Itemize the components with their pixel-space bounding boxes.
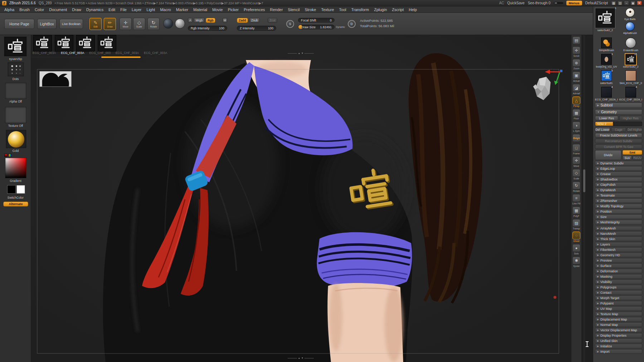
tool-thumbnail[interactable]: 5 sailorSuit1 xyxy=(595,69,618,85)
render-preview-button[interactable]: ▤ xyxy=(571,36,582,45)
lightbox-grid-icon[interactable]: ▦ xyxy=(611,1,616,5)
canvas-scrollbar[interactable] xyxy=(583,35,585,362)
menu-item[interactable]: Preferences xyxy=(241,6,267,13)
tool-section[interactable]: ▶ ArrayMesh xyxy=(595,226,642,230)
primary-color-swatch[interactable] xyxy=(7,185,16,194)
camera-gizmo-head[interactable] xyxy=(533,77,551,100)
lightbox-file-tab[interactable]: ECG_CHF_003A xyxy=(144,51,167,55)
tool-section[interactable]: ▶ Import xyxy=(595,349,642,354)
geometry-subsection[interactable]: ▶ Modify Topology xyxy=(595,204,642,208)
stroke-d-dial-icon[interactable]: D xyxy=(348,20,356,28)
switch-color-widget[interactable] xyxy=(6,184,26,195)
current-brush-thumbnail[interactable] xyxy=(4,36,27,56)
freeze-subdivision-button[interactable]: Freeze SubDivision Levels xyxy=(595,133,642,138)
xpose-button[interactable]: ✱ Xpose xyxy=(571,257,582,267)
polyframe-button[interactable]: ▦ PolyF xyxy=(571,207,582,217)
reconstruct-subdiv-button[interactable]: Reconstruct Subdiv xyxy=(595,139,642,143)
convert-bpr-button[interactable]: Convert BPR To Geo xyxy=(595,144,642,149)
see-through-slider[interactable] xyxy=(554,2,563,4)
zsub-button[interactable]: Zsub xyxy=(249,18,260,23)
geometry-subsection[interactable]: ▶ DynaMesh xyxy=(595,188,642,192)
maximize-icon[interactable]: ▣ xyxy=(630,1,635,5)
palette-rows-icon[interactable]: ▤ xyxy=(618,1,623,5)
menu-item[interactable]: Material xyxy=(191,6,210,13)
lower-res-button[interactable]: Lower Res xyxy=(595,116,618,120)
higher-res-button[interactable]: Higher Res xyxy=(619,116,643,120)
geometry-subsection[interactable]: ▶ Tessimate xyxy=(595,193,642,198)
active-tool-thumbnail[interactable]: 1 sailorSuit2_2 xyxy=(595,8,615,35)
menu-item[interactable]: Texture xyxy=(318,6,336,13)
transparency-button[interactable]: ▨ Transp xyxy=(571,219,582,230)
tool-section[interactable]: ▶ Texture Map xyxy=(595,312,642,316)
edit-button[interactable]: ✎ Edit xyxy=(89,18,102,30)
tray-divider-handle-top[interactable]: ▲▼ xyxy=(288,52,314,54)
divide-button[interactable]: Divide xyxy=(595,150,621,160)
menu-item[interactable]: Zplugin xyxy=(371,6,389,13)
mrgb-button[interactable]: Mrgb xyxy=(194,18,205,23)
tool-section[interactable]: ▶ Visibility xyxy=(595,279,642,284)
smt-button[interactable]: Smt xyxy=(623,150,642,155)
menu-item[interactable]: Brush xyxy=(17,6,32,13)
tool-thumbnail[interactable]: Skin_ECG_CHF_0 xyxy=(619,69,642,85)
rotate-button[interactable]: ↻ Rotate xyxy=(571,182,582,192)
gxyz-button[interactable]: Gxyz xyxy=(571,134,582,142)
stroke-type-thumbnail[interactable] xyxy=(8,62,24,76)
material-thumbnail[interactable] xyxy=(6,130,26,148)
geometry-subsection[interactable]: ▶ MeshIntegrity xyxy=(595,220,642,224)
red-swatch-icon[interactable] xyxy=(4,154,8,157)
zadd-button[interactable]: Zadd xyxy=(237,18,248,23)
tool-section[interactable]: ▶ Polygroups xyxy=(595,285,642,289)
menu-item[interactable]: File xyxy=(118,6,129,13)
scale-button[interactable]: ◇ Scale xyxy=(571,169,582,180)
m-button[interactable]: M xyxy=(223,18,227,23)
minimize-icon[interactable]: – xyxy=(624,1,629,5)
tool-section[interactable]: ▶ Display Properties xyxy=(595,333,642,338)
line-fill-button[interactable]: ≡ Line Fill xyxy=(571,194,582,205)
material-preview-sphere[interactable] xyxy=(175,19,185,29)
scrollbar-thumb[interactable] xyxy=(583,169,585,192)
tool-section[interactable]: ▶ UV Map xyxy=(595,306,642,311)
del-higher-button[interactable]: Del Higher xyxy=(627,127,642,132)
lightbox-brush-thumbnail[interactable] xyxy=(55,35,73,51)
tool-section[interactable]: ▶ Polypaint xyxy=(595,301,642,306)
tool-section[interactable]: ▶ NanoMesh xyxy=(595,231,642,236)
sdiv-slider[interactable]: SDiv 2 xyxy=(595,122,642,126)
current-material-sphere[interactable] xyxy=(163,19,173,29)
persp-button[interactable]: △ Persp xyxy=(571,96,582,107)
aa-half-button[interactable]: ◪ AAHalf xyxy=(571,84,582,95)
menu-item[interactable]: Document xyxy=(47,6,69,13)
move-button[interactable]: ✛ Move xyxy=(571,157,582,167)
local-symmetry-button[interactable]: ◑ L.Sym xyxy=(571,122,582,132)
menu-item[interactable]: Render xyxy=(268,6,286,13)
quicksave-button[interactable]: QuickSave xyxy=(507,1,525,5)
reference-silhouette-thumbnail[interactable] xyxy=(39,71,72,87)
menu-item[interactable]: Picker xyxy=(225,6,241,13)
lightbox-file-tab[interactable]: ECG_CHF_003 xyxy=(89,51,111,55)
tool-thumbnail[interactable]: 11 sailorSuit2_2 xyxy=(619,53,642,68)
actual-size-button[interactable]: ▣ Actual xyxy=(571,71,582,82)
zcut-button[interactable]: Zcut xyxy=(268,18,277,23)
lightbox-brush-thumbnail[interactable] xyxy=(33,35,52,51)
lightbox-button[interactable]: LightBox xyxy=(37,19,57,29)
tool-section[interactable]: ▶ Displacement Map xyxy=(595,317,642,322)
tool-section[interactable]: ▶ Geometry HD xyxy=(595,253,642,257)
tool-section[interactable]: ▶ Contact xyxy=(595,290,642,295)
scroll-button[interactable]: ✛ Scroll xyxy=(571,46,582,57)
tool-section[interactable]: ▶ Vector Displacement Map xyxy=(595,328,642,332)
home-page-button[interactable]: Home Page xyxy=(4,19,34,29)
lightbox-file-tab[interactable]: ECG_CHF_003A xyxy=(33,51,56,55)
geometry-subsection[interactable]: ▶ Dynamic Subdiv xyxy=(595,161,642,165)
geometry-subsection[interactable]: ▶ ClayPolish xyxy=(595,182,642,187)
tool-section[interactable]: ▶ Deformation xyxy=(595,269,642,273)
stroke-s-dial-icon[interactable]: S xyxy=(286,20,294,28)
menu-item[interactable]: Draw xyxy=(69,6,84,13)
geometry-section-header[interactable]: ▼ Geometry xyxy=(595,109,642,115)
rgb-intensity-slider[interactable]: Rgb Intensity 100 xyxy=(188,26,227,31)
tool-section[interactable]: ▶ Masking xyxy=(595,274,642,279)
focal-shift-slider[interactable]: Focal Shift 0 xyxy=(298,18,335,23)
geometry-subsection[interactable]: ▶ Size xyxy=(595,214,642,219)
alternate-button[interactable]: Alternate xyxy=(3,202,28,207)
frame-button[interactable]: □ Frame xyxy=(571,144,582,155)
tool-section[interactable]: ▶ Preview xyxy=(595,258,642,263)
menu-item[interactable]: Light xyxy=(144,6,158,13)
